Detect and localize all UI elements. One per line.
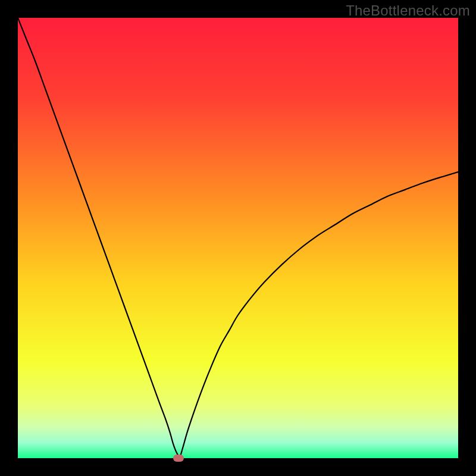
bottleneck-chart	[18, 18, 458, 458]
gradient-background	[18, 18, 458, 458]
watermark-text: TheBottleneck.com	[346, 2, 470, 19]
plot-frame	[18, 18, 458, 458]
optimal-point-marker	[173, 455, 184, 462]
